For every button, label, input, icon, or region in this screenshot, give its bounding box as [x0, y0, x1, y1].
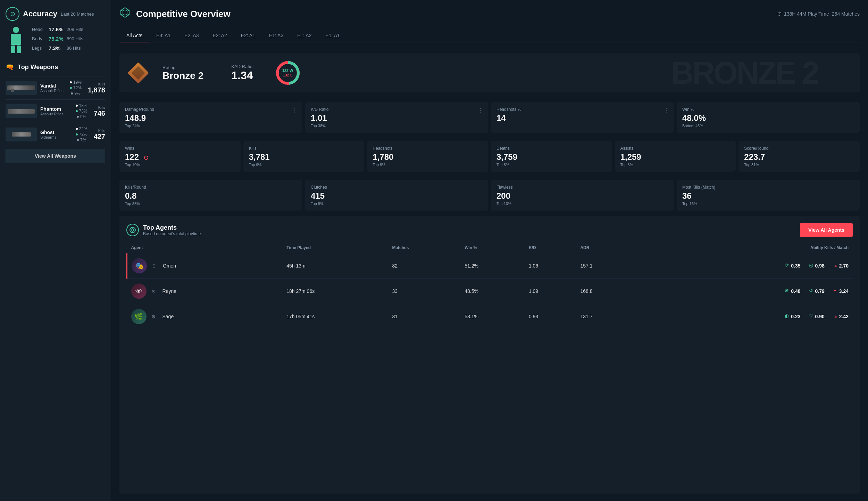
- reyna-matches: 33: [388, 279, 460, 304]
- ghost-kills-value: 427: [94, 133, 105, 141]
- ghost-kills-label: Kills: [94, 129, 105, 133]
- phantom-image: [6, 104, 37, 118]
- omen-agent-cell: 🎭 ⟟ Omen: [127, 253, 283, 279]
- sage-cell-inner: 🌿 ⊛ Sage: [131, 309, 278, 324]
- sage-ability-3-val: 2.42: [839, 314, 849, 319]
- reyna-cell-inner: 👁 ✕ Reyna: [131, 284, 278, 299]
- phantom-body-hit: 73%: [76, 109, 87, 114]
- sage-kd: 0.93: [525, 304, 576, 329]
- vandal-body-hit: 72%: [70, 85, 82, 90]
- vandal-head-dot: [70, 81, 72, 83]
- reyna-winpct: 48.5%: [460, 279, 525, 304]
- vandal-type: Assault Rifles: [40, 89, 64, 93]
- agents-title-block: Top Agents Based on agent's total playti…: [126, 224, 202, 236]
- phantom-kills: Kills 746: [94, 105, 105, 117]
- table-row: 👁 ✕ Reyna 18h 27m 06s 33 48.5% 1.09 168.…: [127, 279, 853, 304]
- view-all-agents-button[interactable]: View All Agents: [800, 223, 853, 237]
- human-head: [13, 27, 19, 33]
- omen-matches: 82: [388, 253, 460, 279]
- stat-win-pct: Win % 48.0% Bottom 45% ⋮: [677, 102, 860, 133]
- wins-stat-value: 122: [125, 152, 235, 162]
- omen-adr: 157.1: [576, 253, 635, 279]
- flawless-sub: Top 10%: [496, 202, 668, 206]
- agents-title: Top Agents Based on agent's total playti…: [143, 224, 202, 236]
- kd-ratio-value: 1.01: [311, 113, 483, 123]
- headshots-pct-label: Headshots %: [496, 107, 668, 112]
- tab-e2-a3[interactable]: E2: A3: [177, 29, 206, 42]
- tab-all-acts[interactable]: All Acts: [119, 29, 149, 42]
- tab-e1-a2[interactable]: E1: A2: [290, 29, 318, 42]
- view-all-weapons-button[interactable]: View All Weapons: [6, 149, 105, 163]
- rating-bg-text: BRONZE 2: [671, 55, 818, 91]
- headshots-label: Headshots: [373, 146, 483, 151]
- wl-donut: 122 W 132 L: [274, 59, 302, 87]
- rating-block: BRONZE 2 Rating Bronze 2 KAD Ratio 1.34 …: [119, 54, 860, 92]
- tab-e1-a1[interactable]: E1: A1: [319, 29, 347, 42]
- headshots-sub: Top 8%: [373, 163, 483, 167]
- col-adr: ADR: [576, 243, 635, 253]
- omen-ability-kills: ⟳ 0.35 ◎ 0.98 ⟁ 2.70: [640, 262, 849, 269]
- vandal-info: Vandal Assault Rifles: [40, 83, 64, 93]
- reyna-ability-3: ✦ 3.24: [830, 288, 849, 295]
- reyna-ability-3-icon: ✦: [830, 288, 837, 295]
- weapons-title: Top Weapons: [18, 64, 58, 71]
- damage-round-value: 148.9: [125, 113, 297, 123]
- phantom-name: Phantom: [40, 106, 69, 112]
- ghost-body-hit: 72%: [76, 132, 87, 137]
- reyna-adr: 168.8: [576, 279, 635, 304]
- accuracy-legs-row: Legs 7.3% 86 Hits: [32, 45, 105, 51]
- accuracy-section: ⊙ Accuracy Last 20 Matches Head 17.6%: [6, 7, 105, 55]
- damage-round-more[interactable]: ⋮: [292, 107, 298, 114]
- phantom-head-hit: 18%: [76, 103, 87, 108]
- vandal-shape: [7, 85, 35, 90]
- agents-header: Top Agents Based on agent's total playti…: [126, 223, 853, 237]
- omen-ability-1: ⟳ 0.35: [782, 262, 800, 269]
- col-kd: K/D: [525, 243, 576, 253]
- headshots-pct-more[interactable]: ⋮: [663, 107, 669, 114]
- tab-e2-a1[interactable]: E2: A1: [234, 29, 262, 42]
- sage-abilities: ◐ 0.23 ♡ 0.90 ⟁ 2.42: [636, 304, 853, 329]
- tab-e2-a2[interactable]: E2: A2: [206, 29, 234, 42]
- kad-label: KAD Ratio: [231, 64, 253, 69]
- assists-sub: Top 8%: [620, 163, 731, 167]
- stat-kd-ratio: K/D Ratio 1.01 Top 38% ⋮: [305, 102, 488, 133]
- matches-count: 254 Matches: [832, 11, 860, 17]
- wins-label: 122 W: [282, 68, 293, 73]
- col-agent: Agent: [127, 243, 283, 253]
- wl-labels: 122 W 132 L: [282, 68, 293, 77]
- omen-ability-2-val: 0.98: [815, 263, 825, 269]
- body-diagram: [6, 27, 26, 55]
- flawless-value: 200: [496, 191, 668, 201]
- col-winpct: Win %: [460, 243, 525, 253]
- stat-clutches: Clutches 415 Top 8%: [305, 180, 488, 211]
- tab-e1-a3[interactable]: E1: A3: [262, 29, 290, 42]
- sage-ability-1-val: 0.23: [791, 314, 800, 319]
- tab-e3-a1[interactable]: E3: A1: [149, 29, 177, 42]
- win-pct-more[interactable]: ⋮: [849, 107, 855, 114]
- stat-headshots: Headshots 1,780 Top 8%: [367, 141, 488, 172]
- head-label: Head: [32, 27, 46, 32]
- weapon-ghost: Ghost Sidearms 22% 72% 7% Kills: [6, 123, 105, 146]
- right-panel: Competitive Overview ⏱ 138H 44M Play Tim…: [111, 0, 868, 501]
- most-kills-value: 36: [682, 191, 854, 201]
- head-hits: 208 Hits: [67, 27, 83, 32]
- reyna-role-icon: ✕: [150, 288, 157, 295]
- reyna-ability-2: ↺ 0.79: [806, 288, 825, 295]
- vandal-legs-dot: [71, 92, 73, 95]
- competitive-meta: ⏱ 138H 44M Play Time 254 Matches: [777, 11, 860, 17]
- phantom-legs-pct: 9%: [80, 114, 86, 119]
- stat-flawless: Flawless 200 Top 10%: [491, 180, 674, 211]
- playtime-value: 138H 44M Play Time: [784, 11, 829, 17]
- reyna-avatar: 👁: [131, 284, 147, 299]
- agents-section: Top Agents Based on agent's total playti…: [119, 216, 860, 494]
- weapon-vandal: Vandal Assault Rifles 19% 72% 9% Kills: [6, 76, 105, 99]
- accuracy-header: ⊙ Accuracy Last 20 Matches: [6, 7, 105, 21]
- kd-ratio-more[interactable]: ⋮: [478, 107, 483, 114]
- losses-label: 132 L: [282, 73, 293, 77]
- win-pct-sub: Bottom 45%: [682, 124, 854, 128]
- accuracy-subtitle: Last 20 Matches: [61, 11, 94, 17]
- kad-value: 1.34: [231, 69, 253, 82]
- kills-round-label: Kills/Round: [125, 185, 297, 190]
- weapons-section: 🔫 Top Weapons Vandal Assault Rifles 19% …: [6, 63, 105, 163]
- clock-icon: ⏱: [777, 11, 782, 17]
